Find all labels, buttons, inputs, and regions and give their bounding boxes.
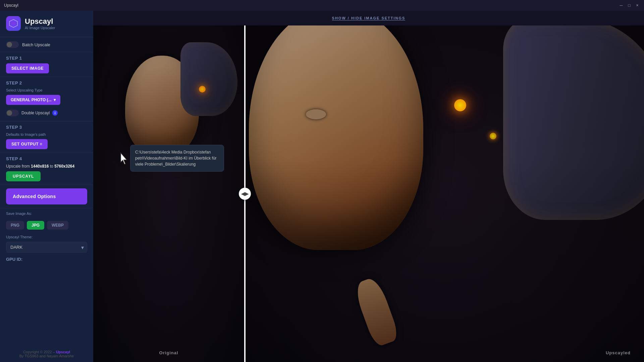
titlebar-title: Upscayl (4, 3, 619, 8)
select-image-button[interactable]: SELECT IMAGE (6, 63, 49, 73)
upscaled-image-panel: Upscayled (246, 25, 644, 362)
app-subtitle: AI Image Upscaler (25, 26, 55, 30)
toggle-thumb (7, 42, 12, 47)
step4-section: Step 4 Upscale from 1440x816 to 5760x326… (0, 154, 93, 184)
app-name: Upscayl (25, 17, 55, 26)
divider-1 (0, 37, 93, 37)
sidebar-footer: Copyright © 2022 – Upscayl By TGS963 and… (0, 346, 93, 362)
step2-section: Step 2 Select Upscaling Type GENERAL PHO… (0, 78, 93, 120)
upscaled-label: Upscayled (606, 350, 631, 355)
brand-name: Upscayl (56, 350, 70, 354)
info-icon: i (55, 111, 56, 115)
divider-2 (0, 52, 93, 52)
step1-section: Step 1 SELECT IMAGE (0, 53, 93, 76)
svg-marker-1 (11, 21, 16, 26)
image-splitter[interactable]: ◀▶ (244, 25, 246, 362)
close-button[interactable]: × (635, 3, 640, 8)
from-res: 1440x816 (31, 164, 49, 169)
titlebar-controls: ─ □ × (619, 3, 640, 8)
divider-6 (0, 185, 93, 185)
theme-select[interactable]: DARK (6, 242, 87, 253)
info-badge[interactable]: i (52, 110, 58, 116)
theme-section: Upscayl Theme: DARK (0, 230, 93, 255)
step1-label: Step 1 (6, 56, 87, 61)
copyright-text: Copyright © 2022 – (23, 350, 55, 354)
step3-label: Step 3 (6, 125, 87, 130)
image-area: SHOW / HIDE IMAGE SETTINGS (93, 11, 644, 362)
titlebar: Upscayl ─ □ × (0, 0, 644, 11)
splitter-icon: ◀▶ (241, 191, 249, 196)
set-output-button[interactable]: SET OUTPUT = (6, 139, 48, 149)
original-image-panel: Original (93, 25, 244, 362)
divider-3 (0, 77, 93, 77)
upscaled-image-content (246, 25, 644, 362)
upscaled-image-bg: Upscayled (246, 25, 644, 362)
format-webp-button[interactable]: WEBP (47, 221, 68, 230)
double-upscayl-toggle[interactable] (6, 110, 19, 116)
double-toggle-thumb (7, 110, 12, 116)
show-hide-text: SHOW / HIDE IMAGE SETTINGS (332, 16, 406, 20)
original-image-bg: Original (93, 25, 244, 362)
scale-info: Upscale from 1440x816 to 5760x3264 (6, 164, 87, 169)
save-format-section: Save Image As: (0, 209, 93, 221)
step3-note: Defaults to Image's path (6, 132, 87, 136)
step3-section: Step 3 Defaults to Image's path SET OUTP… (0, 122, 93, 152)
upscayl-button[interactable]: UPSCAYL (6, 171, 41, 181)
by-text: By (19, 354, 24, 358)
format-png-button[interactable]: PNG (6, 221, 24, 230)
logo-area: Upscayl AI Image Upscaler (0, 11, 93, 36)
double-upscayl-row: Double Upscayl i (6, 108, 87, 118)
upscaling-type-label: GENERAL PHOTO (... (11, 98, 52, 102)
divider-7 (0, 208, 93, 208)
theme-label: Upscayl Theme: (6, 235, 87, 239)
gpu-label: GPU ID: (0, 255, 93, 263)
divider-4 (0, 121, 93, 121)
sidebar: Upscayl AI Image Upscaler Batch Upscale … (0, 11, 93, 362)
advanced-options-button[interactable]: Advanced Options (6, 188, 87, 204)
to-res: 5760x3264 (54, 164, 74, 169)
app-logo-icon (6, 16, 21, 31)
maximize-button[interactable]: □ (627, 3, 632, 8)
authors-text: TGS963 and Nayam Amarshe (24, 354, 74, 358)
batch-row: Batch Upscale (0, 38, 93, 51)
format-jpg-button[interactable]: JPG (27, 221, 44, 230)
logo-text: Upscayl AI Image Upscaler (25, 17, 55, 30)
format-row: PNG JPG WEBP (0, 221, 93, 230)
batch-toggle[interactable] (6, 41, 19, 48)
splitter-handle[interactable]: ◀▶ (239, 188, 251, 200)
divider-5 (0, 153, 93, 153)
step2-label: Step 2 (6, 80, 87, 85)
show-hide-bar[interactable]: SHOW / HIDE IMAGE SETTINGS (93, 11, 644, 25)
save-format-label: Save Image As: (6, 212, 87, 216)
double-upscayl-label: Double Upscayl (21, 111, 50, 115)
split-container: Original ◀▶ (93, 25, 644, 362)
batch-label: Batch Upscale (22, 42, 50, 47)
chevron-down-icon: ▾ (54, 98, 56, 102)
minimize-button[interactable]: ─ (619, 3, 624, 8)
step2-sublabel: Select Upscaling Type (6, 88, 87, 92)
theme-select-wrap: DARK (6, 242, 87, 253)
app-container: Upscayl AI Image Upscaler Batch Upscale … (0, 11, 644, 362)
upscaling-type-button[interactable]: GENERAL PHOTO (... ▾ (6, 95, 60, 105)
step4-label: Step 4 (6, 156, 87, 161)
original-image-content (93, 25, 244, 362)
original-label: Original (159, 350, 178, 355)
